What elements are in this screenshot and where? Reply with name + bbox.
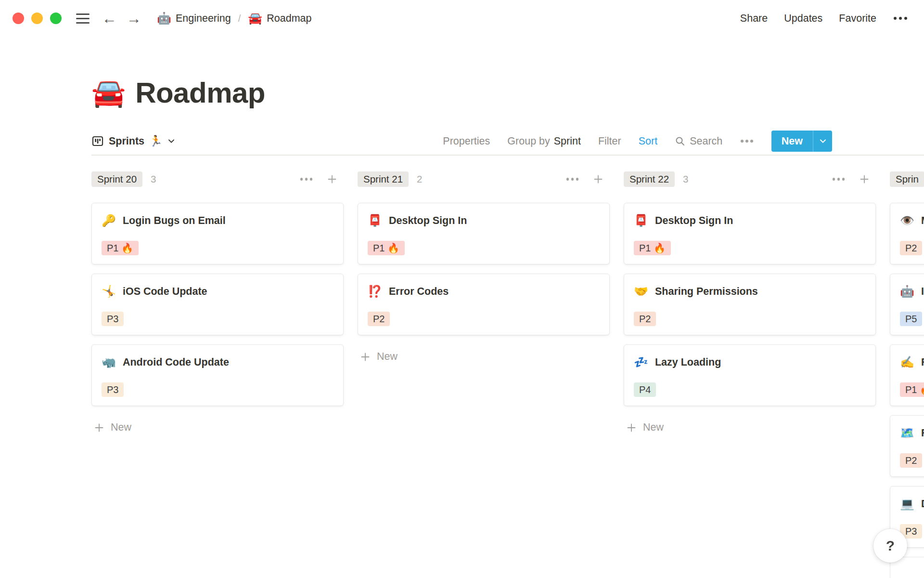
- priority-tag: P3: [102, 312, 124, 326]
- task-card[interactable]: ✍️ R P1 🔥: [890, 344, 924, 406]
- priority-tag: P1 🔥: [368, 241, 405, 255]
- task-card[interactable]: 🤸 iOS Code Update P3: [91, 274, 344, 335]
- favorite-button[interactable]: Favorite: [839, 13, 876, 25]
- task-card[interactable]: 🔑 Login Bugs on Email P1 🔥: [91, 203, 344, 264]
- robot-icon: 🤖: [900, 284, 914, 299]
- task-card[interactable]: ⁉️ Error Codes P2: [358, 274, 610, 335]
- key-icon: 🔑: [102, 213, 116, 228]
- page-icon-car[interactable]: 🚘: [91, 79, 126, 106]
- new-button[interactable]: New: [771, 131, 813, 152]
- window-titlebar: ← → 🤖 Engineering / 🚘 Roadmap Share Upda…: [0, 0, 924, 37]
- card-title: I: [921, 284, 924, 299]
- new-split-button: New: [771, 131, 832, 152]
- plus-icon: [93, 422, 105, 434]
- priority-tag: P3: [102, 382, 124, 397]
- group-by-value: Sprint: [554, 135, 581, 147]
- card-title: Error Codes: [389, 284, 449, 299]
- card-title: D: [921, 496, 924, 512]
- column-count: 3: [151, 173, 156, 185]
- zoom-window-button[interactable]: [50, 13, 62, 24]
- tab-sprints-view[interactable]: Sprints 🏃: [91, 135, 175, 147]
- breadcrumb-separator: /: [238, 13, 241, 24]
- column-sprint-23-partial: Sprin 👁️ M P2 🤖 I P5 ✍️ R P1 🔥 🗺️: [890, 171, 924, 578]
- view-toolbar: Sprints 🏃 Properties Group by Sprint Fil…: [91, 128, 924, 156]
- priority-tag: P1 🔥: [102, 241, 139, 255]
- task-card[interactable]: 👁️ M P2: [890, 203, 924, 264]
- column-title-badge[interactable]: Sprint 20: [91, 171, 142, 187]
- column-sprint-22: Sprint 22 3 📮 Desktop Sign In P1 🔥 🤝 Sha…: [624, 171, 876, 578]
- task-card[interactable]: 📮 Desktop Sign In P1 🔥: [358, 203, 610, 264]
- column-count: 3: [683, 173, 688, 185]
- card-title: Desktop Sign In: [389, 213, 467, 228]
- column-options-icon[interactable]: [832, 176, 846, 183]
- priority-tag: P1 🔥: [900, 382, 924, 397]
- page-title[interactable]: Roadmap: [135, 76, 265, 109]
- add-card-icon[interactable]: [592, 173, 604, 185]
- card-title: R: [921, 355, 924, 370]
- sidebar-toggle-icon[interactable]: [76, 13, 90, 24]
- updates-button[interactable]: Updates: [784, 13, 822, 25]
- add-card-icon[interactable]: [326, 173, 338, 185]
- kanban-board: Sprint 20 3 🔑 Login Bugs on Email P1 🔥 🤸…: [91, 171, 924, 578]
- priority-tag: P2: [368, 312, 390, 326]
- task-card[interactable]: 🦏 Android Code Update P3: [91, 344, 344, 406]
- eye-icon: 👁️: [900, 213, 914, 228]
- task-card[interactable]: 🤖 I P5: [890, 274, 924, 335]
- close-window-button[interactable]: [13, 13, 24, 24]
- writing-hand-icon: ✍️: [900, 355, 914, 370]
- column-title-badge[interactable]: Sprint 22: [624, 171, 675, 187]
- board-view-icon: [91, 135, 104, 147]
- card-title: Desktop Sign In: [655, 213, 733, 228]
- column-sprint-21: Sprint 21 2 📮 Desktop Sign In P1 🔥 ⁉️ Er…: [358, 171, 610, 578]
- task-card[interactable]: 📮 Desktop Sign In P1 🔥: [624, 203, 876, 264]
- add-new-card-button[interactable]: New: [91, 421, 344, 434]
- breadcrumb-roadmap[interactable]: 🚘 Roadmap: [248, 12, 311, 25]
- column-options-icon[interactable]: [299, 176, 314, 183]
- plus-icon: [359, 351, 371, 363]
- back-arrow-icon[interactable]: ←: [102, 11, 117, 26]
- sort-button[interactable]: Sort: [639, 135, 657, 147]
- search-label: Search: [690, 135, 722, 147]
- share-button[interactable]: Share: [740, 13, 768, 25]
- column-title-badge[interactable]: Sprin: [890, 171, 924, 187]
- search-icon: [675, 136, 685, 146]
- help-button[interactable]: ?: [873, 529, 907, 563]
- priority-tag: P2: [900, 453, 922, 468]
- plus-icon: [626, 422, 637, 434]
- more-options-icon[interactable]: [893, 15, 908, 22]
- view-options-icon[interactable]: [740, 138, 754, 144]
- column-sprint-20: Sprint 20 3 🔑 Login Bugs on Email P1 🔥 🤸…: [91, 171, 344, 578]
- filter-button[interactable]: Filter: [598, 135, 621, 147]
- breadcrumb-label: Roadmap: [267, 13, 311, 25]
- minimize-window-button[interactable]: [31, 13, 43, 24]
- task-card[interactable]: 🤝 Sharing Permissions P2: [624, 274, 876, 335]
- handshake-icon: 🤝: [634, 284, 648, 299]
- task-card[interactable]: 💤 Lazy Loading P4: [624, 344, 876, 406]
- group-by-button[interactable]: Group by Sprint: [507, 135, 581, 147]
- properties-button[interactable]: Properties: [443, 135, 490, 147]
- add-new-label: New: [377, 351, 398, 363]
- column-options-icon[interactable]: [565, 176, 580, 183]
- add-card-icon[interactable]: [859, 173, 870, 185]
- card-title: M: [921, 213, 924, 228]
- column-count: 2: [417, 173, 422, 185]
- interrobang-icon: ⁉️: [368, 284, 382, 299]
- task-card[interactable]: 🗺️ R P2: [890, 415, 924, 477]
- column-title-badge[interactable]: Sprint 21: [358, 171, 409, 187]
- postbox-icon: 📮: [634, 213, 648, 228]
- laptop-icon: 💻: [900, 496, 914, 512]
- card-title: Sharing Permissions: [655, 284, 758, 299]
- car-icon: 🚘: [248, 12, 262, 25]
- card-title: Android Code Update: [123, 355, 229, 370]
- chevron-down-icon: [819, 137, 827, 145]
- breadcrumb-engineering[interactable]: 🤖 Engineering: [157, 12, 231, 25]
- view-tab-label: Sprints: [109, 135, 144, 147]
- add-new-card-button[interactable]: New: [358, 351, 610, 363]
- zzz-icon: 💤: [634, 355, 648, 370]
- add-new-card-button[interactable]: New: [624, 421, 876, 434]
- runner-icon: 🏃: [149, 135, 162, 147]
- forward-arrow-icon[interactable]: →: [127, 11, 141, 26]
- new-button-dropdown[interactable]: [813, 131, 832, 152]
- priority-tag: P2: [900, 241, 922, 255]
- search-button[interactable]: Search: [675, 135, 722, 147]
